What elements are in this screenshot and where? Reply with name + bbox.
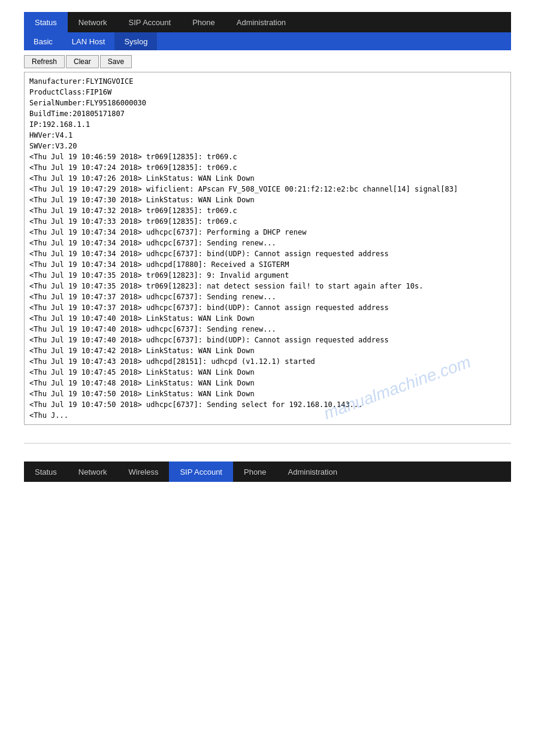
syslog-line: BuildTime:201805171807	[29, 108, 506, 119]
top-nav-bar: Status Network SIP Account Phone Adminis…	[24, 12, 511, 32]
bottom-nav-tab-status[interactable]: Status	[24, 462, 68, 482]
syslog-line: SWVer:V3.20	[29, 141, 506, 151]
sub-tab-syslog[interactable]: Syslog	[114, 32, 157, 50]
nav-tab-phone[interactable]: Phone	[182, 12, 226, 32]
nav-tab-status[interactable]: Status	[24, 12, 68, 32]
syslog-line: <Thu Jul 19 10:47:30 2018> LinkStatus: W…	[29, 195, 506, 205]
page-divider	[24, 443, 511, 444]
syslog-line: <Thu Jul 19 10:47:29 2018> wificlient: A…	[29, 184, 506, 195]
bottom-nav-tab-sip-account[interactable]: SIP Account	[169, 462, 233, 482]
bottom-nav-tab-administration[interactable]: Administration	[277, 462, 348, 482]
syslog-line: <Thu Jul 19 10:47:45 2018> LinkStatus: W…	[29, 367, 506, 378]
syslog-line: <Thu Jul 19 10:47:40 2018> udhcpc[6737]:…	[29, 324, 506, 335]
syslog-line: <Thu Jul 19 10:47:40 2018> udhcpc[6737]:…	[29, 335, 506, 345]
syslog-line: <Thu Jul 19 10:47:40 2018> LinkStatus: W…	[29, 313, 506, 324]
syslog-line: <Thu Jul 19 10:47:37 2018> udhcpc[6737]:…	[29, 302, 506, 313]
clear-button[interactable]: Clear	[66, 55, 99, 68]
bottom-nav-tab-network[interactable]: Network	[68, 462, 118, 482]
syslog-line: Manufacturer:FLYINGVOICE	[29, 76, 506, 87]
button-row: Refresh Clear Save	[24, 50, 511, 72]
syslog-lines-container: Manufacturer:FLYINGVOICEProductClass:FIP…	[29, 76, 506, 421]
syslog-line: <Thu Jul 19 10:47:42 2018> LinkStatus: W…	[29, 345, 506, 356]
sub-nav-bar: Basic LAN Host Syslog	[24, 32, 511, 50]
syslog-line: <Thu Jul 19 10:47:34 2018> udhcpc[6737]:…	[29, 248, 506, 259]
syslog-line: <Thu Jul 19 10:47:34 2018> udhcpc[6737]:…	[29, 238, 506, 248]
syslog-line: ProductClass:FIP16W	[29, 87, 506, 98]
syslog-line: <Thu Jul 19 10:46:59 2018> tr069[12835]:…	[29, 151, 506, 162]
syslog-line: <Thu J...	[29, 410, 506, 421]
refresh-button[interactable]: Refresh	[24, 55, 65, 68]
syslog-line: <Thu Jul 19 10:47:24 2018> tr069[12835]:…	[29, 162, 506, 173]
top-section: Status Network SIP Account Phone Adminis…	[24, 12, 511, 425]
syslog-line: <Thu Jul 19 10:47:43 2018> udhcpd[28151]…	[29, 356, 506, 367]
syslog-line: <Thu Jul 19 10:47:26 2018> LinkStatus: W…	[29, 173, 506, 184]
save-button[interactable]: Save	[100, 55, 132, 68]
syslog-line: <Thu Jul 19 10:47:34 2018> udhcpc[6737]:…	[29, 227, 506, 238]
syslog-line: <Thu Jul 19 10:47:48 2018> LinkStatus: W…	[29, 378, 506, 388]
nav-tab-administration[interactable]: Administration	[226, 12, 297, 32]
sub-tab-lan-host[interactable]: LAN Host	[62, 32, 115, 50]
syslog-content-area: Manufacturer:FLYINGVOICEProductClass:FIP…	[24, 72, 511, 425]
bottom-nav-bar: Status Network Wireless SIP Account Phon…	[24, 462, 511, 482]
syslog-line: <Thu Jul 19 10:47:32 2018> tr069[12835]:…	[29, 205, 506, 216]
nav-tab-sip-account[interactable]: SIP Account	[118, 12, 182, 32]
syslog-line: IP:192.168.1.1	[29, 119, 506, 130]
syslog-line: <Thu Jul 19 10:47:33 2018> tr069[12835]:…	[29, 216, 506, 227]
syslog-line: <Thu Jul 19 10:47:50 2018> LinkStatus: W…	[29, 388, 506, 399]
syslog-line: <Thu Jul 19 10:47:37 2018> udhcpc[6737]:…	[29, 292, 506, 302]
syslog-line: <Thu Jul 19 10:47:50 2018> udhcpc[6737]:…	[29, 399, 506, 410]
sub-tab-basic[interactable]: Basic	[24, 32, 62, 50]
syslog-line: HWVer:V4.1	[29, 130, 506, 141]
syslog-line: SerialNumber:FLY95186000030	[29, 98, 506, 108]
bottom-nav-tab-phone[interactable]: Phone	[233, 462, 277, 482]
bottom-nav-tab-wireless[interactable]: Wireless	[118, 462, 170, 482]
syslog-line: <Thu Jul 19 10:47:35 2018> tr069[12823]:…	[29, 270, 506, 281]
syslog-line: <Thu Jul 19 10:47:35 2018> tr069[12823]:…	[29, 281, 506, 292]
syslog-line: <Thu Jul 19 10:47:34 2018> udhcpd[17880]…	[29, 259, 506, 270]
nav-tab-network[interactable]: Network	[68, 12, 118, 32]
bottom-section: Status Network Wireless SIP Account Phon…	[24, 462, 511, 482]
